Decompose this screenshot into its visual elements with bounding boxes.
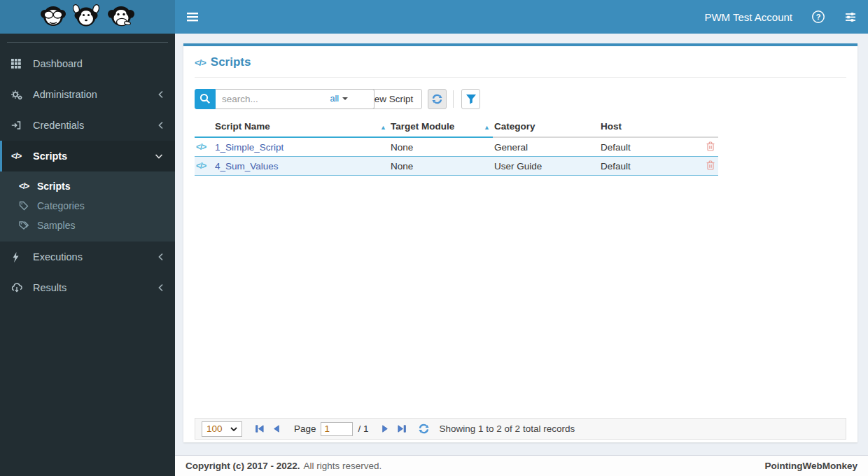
top-navbar: PWM Test Account ?	[175, 0, 868, 34]
account-menu[interactable]: PWM Test Account	[704, 11, 792, 23]
script-link[interactable]: 1_Simple_Script	[215, 142, 284, 153]
sidebar-toggle-button[interactable]	[175, 0, 210, 34]
page-number-input[interactable]	[321, 422, 353, 436]
toolbar-divider	[453, 90, 454, 108]
sort-asc-icon: ▲	[380, 124, 386, 131]
tags-icon	[19, 220, 34, 230]
submenu-item-scripts[interactable]: </> Scripts	[0, 176, 175, 196]
filter-funnel-icon	[465, 94, 477, 104]
sidebar-item-results[interactable]: Results	[0, 272, 175, 303]
refresh-button[interactable]	[428, 89, 447, 109]
help-button[interactable]: ?	[811, 10, 825, 24]
submenu-item-samples[interactable]: Samples	[0, 216, 175, 235]
refresh-icon	[418, 423, 430, 435]
sidebar-item-label: Administration	[33, 89, 97, 100]
chevron-down-icon	[154, 153, 164, 160]
pager: 100 Page / 1	[195, 418, 846, 440]
tag-icon	[19, 201, 34, 211]
settings-button[interactable]	[844, 11, 857, 22]
caret-down-icon	[342, 97, 348, 100]
sidebar-item-administration[interactable]: Administration	[0, 79, 175, 110]
trash-icon	[706, 141, 715, 151]
last-page-button[interactable]	[397, 424, 407, 433]
total-pages-label: / 1	[358, 424, 369, 434]
page-title: </> Scripts	[195, 55, 846, 78]
records-summary: Showing 1 to 2 of 2 total records	[440, 424, 575, 434]
table-row: </> 1_Simple_Script None General Default	[195, 137, 718, 157]
cloud-download-icon	[11, 283, 28, 293]
submenu-item-label: Scripts	[37, 181, 70, 192]
column-actions	[689, 118, 718, 137]
navbar-right: PWM Test Account ?	[704, 10, 868, 24]
delete-script-button[interactable]	[706, 141, 715, 151]
page-label: Page	[294, 424, 316, 434]
content-area: </> Scripts all New Script	[175, 34, 868, 455]
prev-page-button[interactable]	[272, 424, 281, 433]
sign-in-icon	[11, 120, 28, 130]
sidebar-item-label: Dashboard	[33, 58, 83, 69]
code-icon: </>	[195, 57, 206, 68]
footer-brand: PointingWebMonkey	[764, 461, 858, 471]
scripts-submenu: </> Scripts Categories Sample	[0, 172, 175, 241]
dashboard-grid-icon	[11, 59, 28, 69]
app-logo[interactable]	[0, 0, 175, 34]
chevron-left-icon	[158, 120, 164, 130]
column-host[interactable]: Host	[599, 118, 689, 137]
column-script-name[interactable]: Script Name ▲	[214, 118, 389, 137]
sidebar-item-scripts[interactable]: </> Scripts	[0, 141, 175, 172]
footer: Copyright (c) 2017 - 2022.All rights res…	[175, 455, 868, 476]
sidebar-divider	[7, 42, 168, 43]
cell-host: Default	[599, 157, 689, 176]
sidebar: Dashboard	[0, 0, 175, 476]
page-size-select[interactable]: 100	[202, 421, 242, 437]
last-page-icon	[397, 424, 407, 433]
cell-host: Default	[599, 137, 689, 157]
bolt-icon	[11, 252, 28, 262]
script-link[interactable]: 4_Sum_Values	[215, 161, 279, 172]
table-row: </> 4_Sum_Values None User Guide Default	[195, 157, 718, 176]
scripts-card: </> Scripts all New Script	[183, 43, 858, 442]
scripts-table: Script Name ▲ Target Module ▲ Category H…	[195, 118, 718, 176]
refresh-icon	[431, 93, 443, 105]
search-button[interactable]	[195, 89, 216, 109]
pager-refresh-button[interactable]	[418, 423, 430, 435]
sidebar-item-label: Results	[33, 282, 66, 293]
next-page-button[interactable]	[380, 424, 390, 433]
column-category[interactable]: Category	[493, 118, 599, 137]
sidebar-item-dashboard[interactable]: Dashboard	[0, 48, 175, 79]
first-page-button[interactable]	[255, 424, 265, 433]
submenu-item-label: Categories	[37, 200, 85, 211]
sidebar-item-credentials[interactable]: Credentials	[0, 110, 175, 141]
sidebar-item-label: Credentials	[33, 120, 84, 131]
sidebar-item-executions[interactable]: Executions	[0, 241, 175, 272]
next-page-icon	[380, 424, 390, 433]
rights-text: All rights reserved.	[304, 461, 382, 471]
cell-category: General	[493, 137, 599, 157]
code-icon: </>	[195, 157, 214, 176]
code-icon: </>	[19, 181, 34, 191]
submenu-item-label: Samples	[37, 220, 75, 231]
sliders-icon	[844, 11, 857, 22]
submenu-item-categories[interactable]: Categories	[0, 196, 175, 216]
cell-target-module: None	[389, 157, 493, 176]
trash-icon	[706, 160, 715, 170]
gears-icon	[11, 90, 28, 100]
cell-target-module: None	[389, 137, 493, 157]
copyright-text: Copyright (c) 2017 - 2022.	[186, 461, 300, 471]
search-group: all	[195, 89, 353, 109]
search-scope-dropdown[interactable]: all	[330, 89, 348, 109]
search-input[interactable]	[216, 89, 374, 109]
toolbar: all New Script	[195, 88, 846, 109]
monkeys-logo-icon	[39, 3, 136, 31]
code-icon: </>	[195, 137, 214, 157]
hamburger-icon	[187, 13, 198, 22]
question-circle-icon: ?	[811, 10, 825, 24]
filter-button[interactable]	[461, 89, 480, 109]
first-page-icon	[255, 424, 265, 433]
delete-script-button[interactable]	[706, 160, 715, 170]
prev-page-icon	[272, 424, 281, 433]
code-icon: </>	[11, 151, 28, 161]
sidebar-item-label: Executions	[33, 251, 83, 262]
column-target-module[interactable]: Target Module ▲	[389, 118, 493, 137]
cell-category: User Guide	[493, 157, 599, 176]
